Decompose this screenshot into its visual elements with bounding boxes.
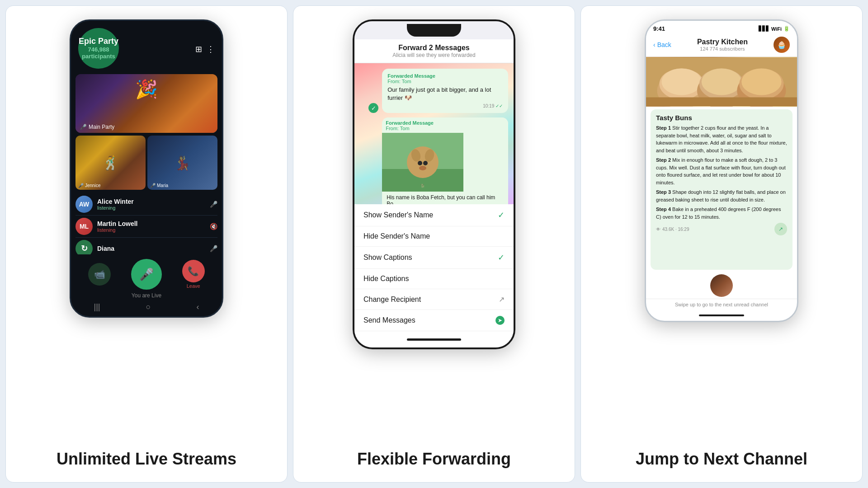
channel-small-avatar bbox=[710, 274, 733, 297]
participant-diana: ↻ Diana 🎤 bbox=[75, 238, 217, 254]
nav-menu-icon[interactable]: ||| bbox=[94, 302, 100, 312]
channel-home-indicator bbox=[699, 314, 744, 316]
back-chevron-icon: ‹ bbox=[653, 41, 656, 48]
forward-subtitle: Alicia will see they were forwarded bbox=[362, 52, 506, 58]
live-header: Epic Party 746,988 participants ⊞ ⋮ bbox=[71, 21, 222, 74]
show-captions-check: ✓ bbox=[498, 253, 505, 263]
show-captions-label: Show Captions bbox=[363, 253, 412, 262]
participants-label: participants bbox=[82, 53, 115, 60]
swipe-hint: Swipe up to go to the next unread channe… bbox=[646, 299, 797, 310]
action-send-messages[interactable]: Send Messages ➤ bbox=[354, 310, 514, 331]
signal-icon: ▋▋▋ bbox=[759, 26, 769, 32]
martin-name: Martin Lowell bbox=[97, 220, 137, 227]
action-show-captions[interactable]: Show Captions ✓ bbox=[354, 247, 514, 269]
action-change-recipient[interactable]: Change Recipient ↗ bbox=[354, 289, 514, 310]
select-check-1[interactable]: ✓ bbox=[368, 103, 378, 113]
party-badge: Epic Party 746,988 participants bbox=[78, 28, 119, 69]
channel-avatar-area bbox=[646, 272, 797, 299]
msg-row-2: ✓ Forwarded Message From: Tom bbox=[360, 117, 508, 204]
fwd-label-1: Forwarded Message bbox=[387, 73, 503, 79]
expand-icon[interactable]: ⊞ bbox=[195, 44, 202, 54]
avatar-alice: AW bbox=[75, 196, 93, 213]
channel-title: Pastry Kitchen 124 774 subscribers bbox=[671, 38, 774, 52]
action-hide-sender[interactable]: Hide Sender's Name bbox=[354, 226, 514, 247]
msg-footer: 👁 43.6K · 16:29 ↗ bbox=[656, 223, 787, 235]
stats-text: 43.6K · 16:29 bbox=[662, 227, 689, 232]
back-button[interactable]: ‹ Back bbox=[653, 41, 671, 48]
dog-image: 🐕 bbox=[382, 133, 463, 192]
action-sheet: Show Sender's Name ✓ Hide Sender's Name … bbox=[354, 204, 514, 331]
svg-point-5 bbox=[418, 161, 422, 165]
channel-avatar: 🧁 bbox=[774, 37, 790, 53]
msg-bubble-2: Forwarded Message From: Tom bbox=[382, 117, 508, 204]
card-live-streams: Epic Party 746,988 participants ⊞ ⋮ 🎉 🎤 … bbox=[5, 5, 288, 483]
main-video: 🎉 🎤 Main Party bbox=[75, 74, 217, 133]
send-messages-icon: ➤ bbox=[495, 316, 505, 325]
action-hide-captions[interactable]: Hide Captions bbox=[354, 269, 514, 289]
battery-icon: 🔋 bbox=[783, 26, 790, 32]
change-recipient-icon: ↗ bbox=[499, 295, 505, 304]
chat-area: ✓ Forwarded Message From: Tom Our family… bbox=[354, 63, 514, 204]
thumb-jennice: 🕺 🎤 Jennice bbox=[75, 136, 146, 190]
back-label: Back bbox=[657, 41, 671, 48]
mic-button[interactable]: 🎤 bbox=[131, 259, 162, 290]
diana-name: Diana bbox=[97, 245, 114, 252]
video-grid: 🕺 🎤 Jennice 💃 🎤 Maria bbox=[75, 136, 217, 190]
eye-icon: 👁 bbox=[656, 227, 660, 232]
martin-status: listening bbox=[97, 227, 137, 233]
channel-subs: 124 774 subscribers bbox=[671, 46, 774, 52]
send-messages-label: Send Messages bbox=[363, 316, 415, 324]
card-channel: 9:41 ▋▋▋ WiFi 🔋 ‹ Back Pastry Kitchen 12… bbox=[580, 5, 863, 483]
msg-caption-2: His name is Boba Fetch, but you can call… bbox=[387, 194, 504, 204]
avatar-martin: ML bbox=[75, 218, 93, 235]
fwd-from-1: From: Tom bbox=[387, 79, 503, 84]
hide-captions-label: Hide Captions bbox=[363, 275, 409, 283]
camera-button[interactable]: 📹 bbox=[88, 263, 111, 286]
nav-home-icon[interactable]: ○ bbox=[146, 302, 151, 312]
card-title-forward: Flexible Forwarding bbox=[357, 450, 511, 469]
cards-container: Epic Party 746,988 participants ⊞ ⋮ 🎉 🎤 … bbox=[0, 0, 868, 488]
participant-martin: ML Martin Lowell listening 🔇 bbox=[75, 216, 217, 238]
step-3: Step 3 Shape dough into 12 slightly flat… bbox=[656, 188, 787, 203]
wifi-icon: WiFi bbox=[771, 26, 782, 32]
live-controls-top: ⊞ ⋮ bbox=[195, 44, 215, 54]
change-recipient-label: Change Recipient bbox=[363, 296, 421, 304]
alice-name: Alice Winter bbox=[97, 198, 134, 205]
svg-point-6 bbox=[423, 161, 428, 165]
forward-header: Forward 2 Messages Alicia will see they … bbox=[354, 39, 514, 63]
show-sender-check: ✓ bbox=[498, 210, 505, 220]
leave-button[interactable]: 📞 bbox=[182, 260, 205, 282]
forward-bottom-bar bbox=[354, 331, 514, 347]
channel-name: Pastry Kitchen bbox=[671, 38, 774, 46]
forward-button[interactable]: ↗ bbox=[774, 223, 787, 235]
msg-time-1: 10:19 ✓✓ bbox=[387, 103, 503, 108]
action-show-sender[interactable]: Show Sender's Name ✓ bbox=[354, 204, 514, 226]
forward-title: Forward 2 Messages bbox=[362, 44, 506, 52]
leave-label: Leave bbox=[187, 283, 200, 289]
card-title-channel: Jump to Next Channel bbox=[636, 450, 807, 469]
status-bar: 9:41 ▋▋▋ WiFi 🔋 bbox=[646, 21, 797, 34]
home-indicator bbox=[407, 338, 461, 341]
svg-rect-19 bbox=[646, 97, 797, 106]
more-icon[interactable]: ⋮ bbox=[207, 44, 215, 54]
status-time: 9:41 bbox=[653, 25, 665, 32]
channel-recipe-bubble: Tasty Buns Step 1 Stir together 2 cups f… bbox=[651, 109, 793, 270]
svg-point-2 bbox=[407, 146, 439, 178]
msg-stats: 👁 43.6K · 16:29 bbox=[656, 227, 689, 232]
show-sender-label: Show Sender's Name bbox=[363, 211, 433, 219]
msg-bubble-1: Forwarded Message From: Tom Our family j… bbox=[382, 69, 508, 113]
phone-channel: 9:41 ▋▋▋ WiFi 🔋 ‹ Back Pastry Kitchen 12… bbox=[645, 19, 798, 322]
notch-area bbox=[354, 21, 514, 39]
step-4: Step 4 Bake in a preheated 400 degrees F… bbox=[656, 206, 787, 221]
step-1: Step 1 Stir together 2 cups flour and th… bbox=[656, 124, 787, 154]
hide-sender-label: Hide Sender's Name bbox=[363, 232, 430, 240]
thumb-maria: 💃 🎤 Maria bbox=[147, 136, 217, 190]
main-video-label: 🎤 Main Party bbox=[80, 124, 114, 130]
live-bottom-controls: 📹 🎤 📞 Leave bbox=[71, 254, 222, 292]
channel-home-bar bbox=[646, 310, 797, 321]
channel-nav-bar: ‹ Back Pastry Kitchen 124 774 subscriber… bbox=[646, 34, 797, 57]
card-forwarding: Forward 2 Messages Alicia will see they … bbox=[293, 5, 575, 483]
avatar-diana: ↻ bbox=[75, 240, 93, 254]
nav-back-icon[interactable]: ‹ bbox=[196, 302, 199, 312]
svg-point-15 bbox=[702, 69, 741, 95]
